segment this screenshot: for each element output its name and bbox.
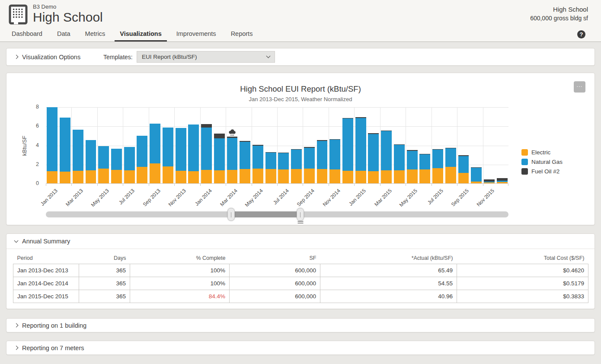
column-header-sf: SF bbox=[230, 253, 320, 264]
bar-segment-electric bbox=[163, 166, 173, 183]
bar-sep-2015[interactable] bbox=[458, 155, 469, 183]
bar-aug-2014[interactable] bbox=[291, 149, 302, 183]
cell-days: 365 bbox=[79, 264, 130, 277]
tab-reports[interactable]: Reports bbox=[226, 26, 258, 42]
bar-jul-2013[interactable] bbox=[124, 147, 135, 183]
bar-jul-2015[interactable] bbox=[432, 149, 443, 183]
x-axis-label: May 2014 bbox=[244, 188, 264, 208]
bar-feb-2014[interactable] bbox=[214, 134, 225, 183]
bar-dec-2013[interactable] bbox=[188, 125, 199, 183]
bar-nov-2014[interactable] bbox=[329, 139, 340, 183]
slider-handle-right[interactable] bbox=[297, 208, 304, 221]
bar-segment-electric bbox=[497, 182, 508, 183]
reporting-buildings-panel[interactable]: Reporting on 1 building bbox=[6, 318, 595, 332]
tab-dashboard[interactable]: Dashboard bbox=[6, 26, 48, 42]
x-axis-label: Sep 2015 bbox=[450, 188, 470, 208]
bar-segment-natural-gas bbox=[329, 140, 340, 169]
visualization-options-toggle[interactable]: Visualization Options bbox=[6, 54, 80, 61]
bar-segment-electric bbox=[137, 167, 147, 183]
bar-segment-natural-gas bbox=[342, 118, 353, 171]
bar-mar-2013[interactable] bbox=[73, 130, 83, 183]
tab-visualizations[interactable]: Visualizations bbox=[115, 26, 166, 42]
cell-period: Jan 2013-Dec 2013 bbox=[13, 264, 79, 277]
grid-line bbox=[97, 107, 98, 183]
tab-metrics[interactable]: Metrics bbox=[80, 26, 111, 42]
bar-feb-2013[interactable] bbox=[60, 118, 70, 183]
bar-apr-2014[interactable] bbox=[240, 141, 250, 183]
column-header-complete: % Complete bbox=[130, 253, 230, 264]
bar-nov-2015[interactable] bbox=[484, 179, 495, 183]
bar-segment-natural-gas bbox=[317, 141, 328, 169]
cell-period: Jan 2014-Dec 2014 bbox=[13, 277, 79, 290]
chart-resize-handle[interactable] bbox=[298, 221, 304, 224]
annual-summary-toggle[interactable]: Annual Summary bbox=[6, 234, 595, 249]
chart-title: High School EUI Report (kBtu/SF) bbox=[6, 84, 595, 94]
bar-jul-2014[interactable] bbox=[278, 153, 289, 183]
rain-cloud-icon bbox=[228, 129, 237, 138]
grid-line bbox=[354, 107, 355, 183]
legend-item-fuel-oil-2[interactable]: Fuel Oil #2 bbox=[521, 168, 563, 175]
building-icon bbox=[9, 4, 28, 26]
bar-segment-natural-gas bbox=[419, 154, 430, 169]
bar-sep-2014[interactable] bbox=[304, 147, 315, 183]
bar-jan-2015[interactable] bbox=[355, 117, 366, 183]
reporting-buildings-toggle[interactable]: Reporting on 1 building bbox=[6, 322, 86, 329]
bar-segment-natural-gas bbox=[188, 125, 199, 171]
bar-segment-natural-gas bbox=[432, 150, 443, 168]
x-axis-label: Jan 2013 bbox=[39, 188, 59, 207]
slider-track[interactable] bbox=[46, 211, 508, 217]
x-axis-label: Nov 2014 bbox=[321, 188, 341, 208]
bar-mar-2014[interactable] bbox=[227, 137, 238, 183]
cell-complete: 100% bbox=[130, 264, 230, 277]
bar-jun-2013[interactable] bbox=[111, 149, 122, 183]
bar-nov-2013[interactable] bbox=[176, 128, 186, 183]
x-tick bbox=[97, 184, 98, 186]
bar-aug-2015[interactable] bbox=[445, 148, 456, 183]
bar-segment-electric bbox=[458, 173, 469, 183]
bar-segment-natural-gas bbox=[240, 142, 250, 169]
bar-may-2014[interactable] bbox=[253, 145, 263, 183]
x-axis: Jan 2013Mar 2013May 2013Jul 2013Sep 2013… bbox=[46, 184, 508, 209]
bar-jun-2015[interactable] bbox=[419, 154, 430, 183]
bar-jan-2013[interactable] bbox=[47, 107, 58, 183]
slider-selected-range[interactable] bbox=[231, 211, 300, 217]
bar-feb-2015[interactable] bbox=[368, 133, 379, 183]
bar-dec-2014[interactable] bbox=[342, 118, 353, 183]
reporting-meters-toggle[interactable]: Reporting on 7 meters bbox=[6, 345, 84, 351]
x-tick bbox=[406, 184, 406, 186]
help-icon[interactable]: ? bbox=[577, 30, 585, 38]
x-axis-label: Jul 2014 bbox=[272, 188, 290, 206]
reporting-meters-panel[interactable]: Reporting on 7 meters bbox=[6, 341, 595, 355]
bar-apr-2013[interactable] bbox=[86, 140, 96, 183]
tab-data[interactable]: Data bbox=[52, 26, 76, 42]
bar-dec-2015[interactable] bbox=[497, 178, 508, 183]
legend-label: Electric bbox=[531, 149, 550, 156]
bar-jun-2014[interactable] bbox=[265, 152, 276, 183]
templates-select[interactable]: EUI Report (kBtu/SF) bbox=[137, 51, 275, 63]
x-tick bbox=[123, 184, 123, 186]
bar-mar-2015[interactable] bbox=[381, 131, 392, 183]
slider-handle-left[interactable] bbox=[227, 208, 235, 221]
tab-improvements[interactable]: Improvements bbox=[171, 26, 221, 42]
main-content: Visualization Options Templates: EUI Rep… bbox=[0, 42, 601, 364]
x-tick bbox=[329, 184, 329, 186]
bar-oct-2014[interactable] bbox=[317, 140, 328, 183]
column-header-days: Days bbox=[79, 253, 130, 264]
bar-aug-2013[interactable] bbox=[137, 136, 147, 183]
bar-jan-2014[interactable] bbox=[201, 124, 212, 183]
bar-oct-2015[interactable] bbox=[471, 167, 482, 183]
bar-segment-electric bbox=[445, 167, 456, 183]
bar-may-2013[interactable] bbox=[98, 146, 109, 183]
bar-may-2015[interactable] bbox=[407, 150, 418, 183]
legend-item-electric[interactable]: Electric bbox=[521, 149, 563, 156]
cell-actual-kbtu-sf: 65.49 bbox=[320, 264, 457, 277]
bar-sep-2013[interactable] bbox=[150, 124, 160, 183]
bar-apr-2015[interactable] bbox=[394, 144, 405, 183]
page-title: High School bbox=[33, 10, 103, 24]
bar-segment-natural-gas bbox=[291, 150, 302, 169]
x-tick bbox=[46, 184, 46, 186]
legend-label: Fuel Oil #2 bbox=[531, 168, 559, 175]
bar-oct-2013[interactable] bbox=[163, 128, 173, 183]
bar-segment-natural-gas bbox=[73, 130, 83, 171]
legend-item-natural-gas[interactable]: Natural Gas bbox=[521, 159, 563, 165]
